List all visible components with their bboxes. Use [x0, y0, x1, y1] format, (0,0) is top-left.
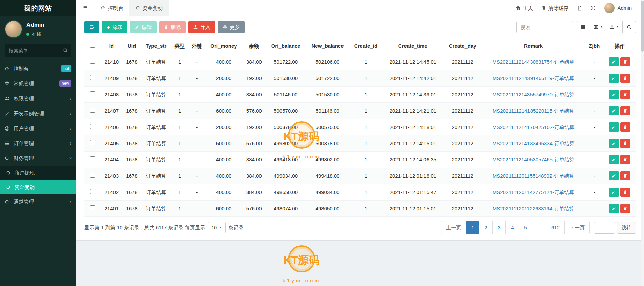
- import-button[interactable]: 导入: [188, 21, 215, 33]
- sidebar-item[interactable]: 财务管理‹: [0, 151, 76, 166]
- sidebar-toggle-button[interactable]: ≡: [76, 0, 95, 16]
- columns-button[interactable]: ▼: [590, 21, 606, 33]
- sidebar-item[interactable]: 用户管理‹: [0, 121, 76, 136]
- column-header[interactable]: 类型: [171, 38, 188, 54]
- add-button[interactable]: + 添加: [102, 21, 127, 33]
- column-header[interactable]: Create_time: [382, 38, 443, 54]
- next-page-button[interactable]: 下一页: [564, 221, 590, 234]
- jump-page-input[interactable]: [594, 222, 615, 234]
- jump-button[interactable]: 跳转: [617, 222, 636, 234]
- row-checkbox[interactable]: [90, 124, 95, 129]
- sidebar-subitem[interactable]: 商户提现: [0, 166, 76, 180]
- export-button[interactable]: ▼: [606, 21, 623, 33]
- column-header[interactable]: New_balance: [306, 38, 350, 54]
- clear-cache-link[interactable]: 清除缓存: [537, 0, 573, 16]
- edit-row-button[interactable]: [609, 90, 619, 99]
- delete-row-button[interactable]: [620, 90, 630, 99]
- column-header[interactable]: 余额: [242, 38, 266, 54]
- row-checkbox[interactable]: [90, 173, 95, 178]
- prev-page-button[interactable]: 上一页: [441, 221, 466, 234]
- edit-row-button[interactable]: [609, 74, 619, 83]
- column-header[interactable]: Create_day: [443, 38, 481, 54]
- edit-row-button[interactable]: [609, 139, 619, 148]
- column-header[interactable]: Create_id: [349, 38, 382, 54]
- scrollbar-thumb[interactable]: [641, 1, 644, 52]
- delete-row-button[interactable]: [620, 57, 630, 66]
- row-checkbox[interactable]: [90, 140, 95, 145]
- cell-uid: 1678: [123, 54, 141, 70]
- page-button[interactable]: 2: [479, 221, 493, 234]
- sidebar-item[interactable]: 通道管理‹: [0, 194, 76, 209]
- delete-row-button[interactable]: [620, 74, 630, 83]
- cell-actions: [603, 87, 636, 103]
- row-checkbox[interactable]: [90, 59, 95, 64]
- topbar-tab[interactable]: 控制台: [95, 0, 129, 16]
- edit-row-button[interactable]: [609, 171, 619, 180]
- avatar[interactable]: [5, 20, 22, 38]
- column-header[interactable]: Ori_money: [205, 38, 242, 54]
- page-button[interactable]: 5: [519, 221, 532, 234]
- home-link[interactable]: 主页: [511, 0, 537, 16]
- column-header[interactable]: Ori_balance: [266, 38, 306, 54]
- column-header[interactable]: Remark: [481, 38, 585, 54]
- cell-type: 1: [171, 135, 188, 152]
- delete-row-button[interactable]: [620, 204, 630, 213]
- cell-checkbox: [84, 103, 101, 119]
- table-search-input[interactable]: [516, 21, 573, 33]
- cell-actions: [603, 70, 636, 87]
- edit-button[interactable]: 编辑: [130, 21, 157, 33]
- row-checkbox[interactable]: [90, 205, 95, 210]
- cell-create_day: 20211112: [443, 201, 481, 217]
- delete-row-button[interactable]: [620, 122, 630, 132]
- sidebar-item[interactable]: 订单管理‹: [0, 136, 76, 151]
- row-checkbox[interactable]: [90, 75, 95, 80]
- page-button[interactable]: 3: [492, 221, 506, 234]
- column-header[interactable]: 操作: [603, 38, 636, 54]
- advanced-search-button[interactable]: [622, 21, 636, 33]
- row-checkbox[interactable]: [90, 108, 95, 113]
- circle-icon: [6, 185, 14, 189]
- sidebar-subitem[interactable]: 资金变动: [0, 180, 76, 194]
- select-all-checkbox[interactable]: [90, 43, 95, 48]
- column-header[interactable]: Zjbh: [585, 38, 603, 54]
- column-header[interactable]: Uid: [123, 38, 141, 54]
- page-button[interactable]: 4: [505, 221, 519, 234]
- menu-search-input[interactable]: [5, 44, 71, 57]
- search-icon[interactable]: [63, 48, 68, 53]
- delete-row-button[interactable]: [620, 188, 630, 197]
- document-link[interactable]: [573, 0, 586, 16]
- edit-row-button[interactable]: [609, 106, 619, 115]
- column-header[interactable]: Id: [101, 38, 123, 54]
- fullscreen-button[interactable]: [586, 0, 600, 16]
- sidebar-item[interactable]: 控制台hot: [0, 61, 76, 76]
- user-menu[interactable]: Admin: [600, 0, 636, 16]
- column-header[interactable]: 外键: [188, 38, 205, 54]
- edit-row-button[interactable]: [609, 204, 619, 213]
- delete-row-button[interactable]: [620, 139, 630, 148]
- cell-new_balance: 500378.00: [306, 135, 350, 152]
- refresh-button[interactable]: [84, 21, 99, 33]
- delete-row-button[interactable]: [620, 155, 630, 164]
- vertical-scrollbar[interactable]: [641, 0, 644, 286]
- edit-row-button[interactable]: [609, 155, 619, 164]
- avatar: [604, 3, 615, 13]
- page-size-dropdown[interactable]: 10 ▲: [208, 222, 226, 233]
- sidebar-item[interactable]: 权限管理‹: [0, 91, 76, 106]
- delete-row-button[interactable]: [620, 106, 630, 115]
- edit-row-button[interactable]: [609, 57, 619, 66]
- row-checkbox[interactable]: [90, 156, 95, 161]
- sidebar-item[interactable]: 常规管理new: [0, 76, 76, 91]
- sidebar-item[interactable]: 开发示例管理‹: [0, 106, 76, 121]
- toggle-view-button[interactable]: [577, 21, 590, 33]
- edit-row-button[interactable]: [609, 122, 619, 132]
- delete-row-button[interactable]: [620, 171, 630, 180]
- topbar-tab[interactable]: 资金变动: [129, 0, 169, 16]
- delete-button[interactable]: 删除: [159, 21, 186, 33]
- column-header[interactable]: Type_str: [141, 38, 171, 54]
- edit-row-button[interactable]: [609, 188, 619, 197]
- page-button[interactable]: 1: [466, 221, 479, 234]
- page-button[interactable]: 612: [546, 221, 565, 234]
- row-checkbox[interactable]: [90, 91, 95, 96]
- row-checkbox[interactable]: [90, 189, 95, 194]
- more-button[interactable]: 更多: [218, 21, 245, 33]
